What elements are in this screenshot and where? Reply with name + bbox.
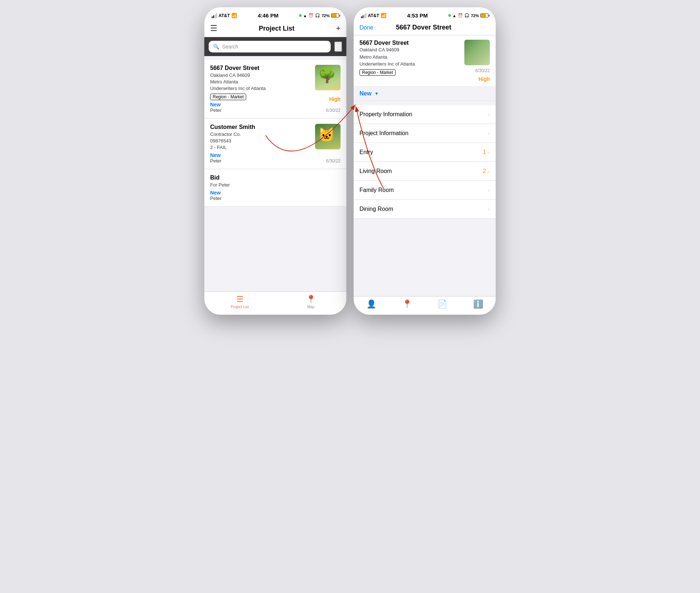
- tab-project-list-label: Project List: [231, 305, 249, 309]
- add-project-button[interactable]: +: [336, 24, 341, 33]
- project-2-status: New: [210, 152, 315, 158]
- battery-pct-left: 72%: [322, 13, 330, 18]
- project-3-line1: For Peter: [210, 182, 341, 188]
- done-button[interactable]: Done: [359, 24, 373, 31]
- tab-bar-left: ☰ Project List 📍 Map: [204, 291, 346, 315]
- section-dining-room-right: ›: [488, 206, 490, 212]
- project-1-info: 5667 Dover Street Oakland CA 94609 Metro…: [210, 65, 315, 113]
- project-2-author: Peter: [210, 158, 315, 164]
- project-header: 5667 Dover Street Oakland CA 94609 Metro…: [354, 35, 496, 87]
- project-detail-date: 6/30/22: [475, 68, 490, 73]
- project-2-line2: 09876543: [210, 138, 315, 144]
- project-list-icon: ☰: [236, 295, 244, 304]
- project-2-line3: 2 - FAIL: [210, 144, 315, 151]
- nav-bar-left: ☰ Project List +: [204, 21, 346, 37]
- battery-icon-right: [480, 13, 488, 17]
- project-1-title: 5667 Dover Street: [210, 65, 315, 71]
- signal-bars-right: [361, 13, 366, 18]
- wifi-icon-left: 📶: [231, 13, 237, 18]
- project-detail-line1: Oakland CA 94609: [359, 46, 464, 54]
- search-icon: 🔍: [213, 44, 219, 50]
- time-left: 4:46 PM: [258, 12, 279, 19]
- section-entry[interactable]: Entry 1 ›: [354, 143, 496, 162]
- tab-person[interactable]: 👤: [354, 299, 389, 309]
- location-icon-left: ▲: [303, 13, 307, 18]
- project-1-image: [315, 65, 341, 90]
- project-header-right: 6/30/22 High: [464, 40, 490, 82]
- info-icon: ℹ️: [473, 299, 483, 309]
- project-2-title: Customer Smith: [210, 124, 315, 130]
- project-1-author: Peter: [210, 107, 315, 113]
- section-living-room[interactable]: Living Room 2 ›: [354, 162, 496, 181]
- section-living-room-count: 2: [483, 168, 486, 174]
- section-entry-count: 1: [483, 149, 486, 156]
- status-value: New: [359, 90, 371, 97]
- green-dot-right: [448, 14, 451, 17]
- project-2-info: Customer Smith Contractor Co. 09876543 2…: [210, 124, 315, 164]
- headphone-icon-right: 🎧: [464, 13, 469, 18]
- section-project-label: Project Information: [359, 130, 408, 137]
- green-dot-left: [299, 14, 302, 17]
- nav-title-left: Project List: [259, 25, 295, 32]
- chevron-right-icon: ›: [488, 187, 490, 193]
- chevron-right-icon: ›: [488, 149, 490, 155]
- section-family-room-label: Family Room: [359, 187, 394, 193]
- phone-project-detail: AT&T 📶 4:53 PM ▲ ⏰ 🎧 72% Done 5667 Dover…: [354, 7, 496, 315]
- location-icon-right: ▲: [452, 13, 456, 18]
- alarm-icon-right: ⏰: [458, 13, 463, 18]
- section-living-room-label: Living Room: [359, 168, 392, 174]
- map-icon: 📍: [306, 295, 316, 304]
- project-detail-image: [464, 40, 490, 65]
- section-project-right: ›: [488, 130, 490, 136]
- menu-button[interactable]: ☰: [210, 24, 217, 33]
- list-item[interactable]: Bid For Peter New Peter: [204, 169, 346, 207]
- battery-icon-left: [331, 13, 339, 17]
- tab-location[interactable]: 📍: [389, 299, 425, 309]
- project-detail-line3: Underwriters Inc of Atlanta: [359, 60, 464, 68]
- section-property-right: ›: [488, 111, 490, 117]
- chevron-right-icon: ›: [488, 168, 490, 174]
- carrier-right: AT&T 📶: [361, 13, 386, 18]
- project-list: 5667 Dover Street Oakland CA 94609 Metro…: [204, 56, 346, 291]
- chevron-right-icon: ›: [488, 111, 490, 117]
- section-family-room-right: ›: [488, 187, 490, 193]
- tab-map-label: Map: [307, 305, 314, 309]
- list-item[interactable]: Customer Smith Contractor Co. 09876543 2…: [204, 119, 346, 169]
- signal-bars-left: [212, 13, 217, 18]
- project-3-author: Peter: [210, 196, 341, 201]
- document-icon: 📄: [437, 299, 447, 309]
- project-1-line2: Metro Atlanta: [210, 79, 315, 85]
- project-1-priority: High: [329, 96, 341, 102]
- tab-map[interactable]: 📍 Map: [275, 295, 346, 309]
- tab-bar-detail: 👤 📍 📄 ℹ️: [354, 296, 496, 315]
- filter-button[interactable]: ⊞: [334, 42, 342, 52]
- project-1-right: High 6/30/22: [315, 65, 341, 113]
- status-bar-right: AT&T 📶 4:53 PM ▲ ⏰ 🎧 72%: [354, 7, 496, 21]
- section-dining-room[interactable]: Dining Room ›: [354, 200, 496, 219]
- tab-document[interactable]: 📄: [425, 299, 460, 309]
- section-family-room[interactable]: Family Room ›: [354, 181, 496, 200]
- search-placeholder: Search: [222, 44, 238, 50]
- section-project-information[interactable]: Project Information ›: [354, 124, 496, 143]
- chevron-right-icon: ›: [488, 206, 490, 212]
- chevron-down-icon: ▼: [374, 91, 379, 96]
- status-dropdown-row[interactable]: New ▼: [354, 87, 496, 101]
- project-3-status: New: [210, 190, 341, 196]
- project-2-date: 6/30/22: [326, 158, 341, 164]
- project-1-status: New: [210, 102, 315, 107]
- nav-title-detail: 5667 Dover Street: [396, 24, 451, 31]
- project-1-line3: Underwriters Inc of Atlanta: [210, 85, 315, 92]
- carrier-name-left: AT&T: [219, 13, 230, 18]
- list-item[interactable]: 5667 Dover Street Oakland CA 94609 Metro…: [204, 60, 346, 118]
- project-header-info: 5667 Dover Street Oakland CA 94609 Metro…: [359, 40, 464, 76]
- section-spacer: [354, 101, 496, 105]
- location-pin-icon: 📍: [402, 299, 412, 309]
- tab-info[interactable]: ℹ️: [460, 299, 496, 309]
- project-3-info: Bid For Peter New Peter: [210, 174, 341, 201]
- project-3-title: Bid: [210, 174, 341, 181]
- phone-project-list: AT&T 📶 4:46 PM ▲ ⏰ 🎧 72% ☰ Project List …: [204, 7, 346, 315]
- tab-project-list[interactable]: ☰ Project List: [204, 295, 275, 309]
- search-bar[interactable]: 🔍 Search: [209, 41, 331, 52]
- section-property-information[interactable]: Property Information ›: [354, 105, 496, 124]
- chevron-right-icon: ›: [488, 130, 490, 136]
